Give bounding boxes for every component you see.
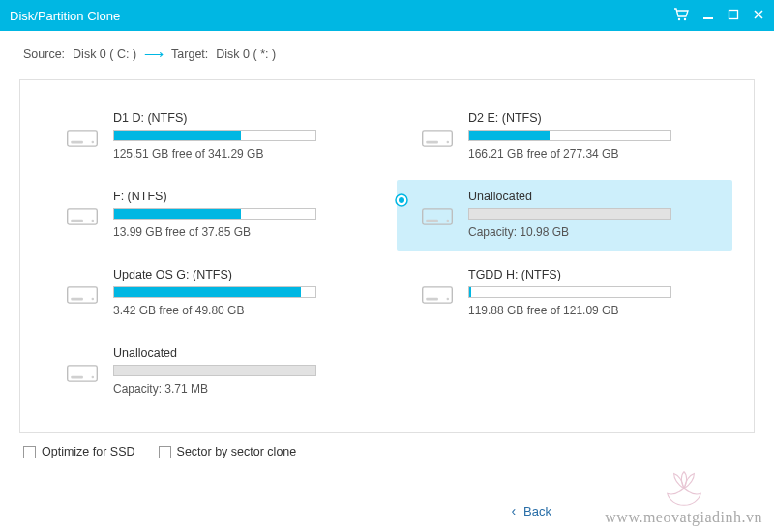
partition-item[interactable]: F: (NTFS)13.99 GB free of 37.85 GB — [42, 180, 377, 251]
partition-item[interactable]: UnallocatedCapacity: 10.98 GB — [397, 180, 732, 251]
svg-point-8 — [92, 141, 95, 144]
back-button[interactable]: ‹ Back — [511, 503, 551, 518]
svg-rect-36 — [68, 366, 98, 381]
checkbox-box-icon — [23, 446, 36, 458]
partition-item[interactable]: UnallocatedCapacity: 3.71 MB — [42, 337, 377, 407]
titlebar: Disk/Partition Clone — [0, 0, 774, 31]
svg-rect-31 — [423, 287, 453, 303]
svg-rect-21 — [423, 209, 453, 224]
arrow-right-icon: ⟶ — [144, 46, 164, 62]
cart-icon[interactable] — [673, 8, 689, 24]
radio-selected-icon — [395, 193, 408, 207]
usage-bar — [113, 208, 316, 220]
disk-icon — [65, 281, 100, 312]
disk-icon — [420, 281, 455, 312]
partition-item[interactable]: TGDD H: (NTFS)119.88 GB free of 121.09 G… — [397, 258, 732, 329]
sector-clone-checkbox[interactable]: Sector by sector clone — [159, 445, 297, 458]
usage-bar — [468, 286, 671, 298]
svg-point-0 — [678, 17, 680, 19]
disk-icon — [65, 125, 100, 156]
svg-point-33 — [447, 298, 450, 301]
svg-point-20 — [399, 197, 404, 203]
svg-rect-12 — [426, 141, 438, 144]
partition-subtext: 119.88 GB free of 121.09 GB — [468, 304, 723, 317]
usage-bar — [468, 208, 671, 220]
window-title: Disk/Partition Clone — [10, 9, 673, 23]
disk-icon — [420, 203, 455, 234]
usage-bar-fill — [469, 131, 550, 140]
svg-rect-27 — [71, 298, 83, 301]
chevron-left-icon: ‹ — [511, 503, 516, 518]
svg-point-1 — [684, 17, 686, 19]
options-row: Optimize for SSD Sector by sector clone — [0, 433, 774, 458]
close-icon[interactable] — [753, 9, 764, 23]
optimize-ssd-label: Optimize for SSD — [42, 445, 135, 458]
svg-rect-22 — [426, 220, 438, 222]
partition-body: TGDD H: (NTFS)119.88 GB free of 121.09 G… — [468, 268, 723, 317]
partition-name: F: (NTFS) — [113, 190, 368, 203]
partition-item[interactable]: D2 E: (NTFS)166.21 GB free of 277.34 GB — [397, 102, 732, 172]
svg-point-23 — [447, 220, 450, 222]
svg-rect-26 — [68, 287, 98, 303]
partition-subtext: 125.51 GB free of 341.29 GB — [113, 147, 368, 161]
svg-point-28 — [92, 298, 95, 301]
sector-clone-label: Sector by sector clone — [177, 445, 297, 458]
svg-point-13 — [447, 141, 450, 144]
partition-name: D2 E: (NTFS) — [468, 111, 723, 125]
back-label: Back — [523, 504, 551, 518]
usage-bar-fill — [114, 209, 241, 219]
usage-bar — [113, 286, 316, 298]
disk-icon — [65, 360, 100, 391]
target-label: Target: — [171, 47, 208, 61]
partition-subtext: Capacity: 10.98 GB — [468, 225, 723, 239]
target-value: Disk 0 ( *: ) — [216, 47, 276, 61]
svg-point-38 — [92, 376, 95, 379]
source-target-row: Source: Disk 0 ( C: ) ⟶ Target: Disk 0 (… — [0, 31, 774, 72]
partition-subtext: 13.99 GB free of 37.85 GB — [113, 225, 368, 239]
usage-bar-fill — [114, 287, 301, 297]
partition-body: D1 D: (NTFS)125.51 GB free of 341.29 GB — [113, 111, 368, 161]
partition-subtext: 3.42 GB free of 49.80 GB — [113, 304, 368, 317]
partition-body: D2 E: (NTFS)166.21 GB free of 277.34 GB — [468, 111, 723, 161]
maximize-icon[interactable] — [728, 9, 739, 23]
minimize-icon[interactable] — [702, 9, 714, 23]
checkbox-box-icon — [159, 446, 171, 458]
svg-rect-2 — [703, 17, 713, 19]
svg-rect-7 — [71, 141, 83, 144]
svg-rect-32 — [426, 298, 438, 301]
usage-bar — [113, 130, 316, 141]
watermark-text: www.meovatgiadinh.vn — [605, 509, 762, 526]
svg-point-18 — [92, 220, 95, 222]
lotus-icon — [659, 468, 709, 509]
svg-rect-37 — [71, 376, 83, 379]
partition-item[interactable]: D1 D: (NTFS)125.51 GB free of 341.29 GB — [42, 102, 377, 172]
partition-name: D1 D: (NTFS) — [113, 111, 368, 125]
usage-bar-fill — [469, 287, 471, 297]
partition-body: UnallocatedCapacity: 3.71 MB — [113, 346, 368, 396]
svg-rect-6 — [68, 131, 98, 146]
partition-body: F: (NTFS)13.99 GB free of 37.85 GB — [113, 190, 368, 239]
partition-panel: D1 D: (NTFS)125.51 GB free of 341.29 GBD… — [19, 79, 755, 433]
partition-name: TGDD H: (NTFS) — [468, 268, 723, 281]
partition-name: Unallocated — [468, 190, 723, 203]
window-controls — [673, 8, 764, 24]
partition-subtext: Capacity: 3.71 MB — [113, 382, 368, 396]
usage-bar — [468, 130, 671, 141]
optimize-ssd-checkbox[interactable]: Optimize for SSD — [23, 445, 135, 458]
disk-icon — [420, 125, 455, 156]
source-label: Source: — [23, 47, 65, 61]
partition-subtext: 166.21 GB free of 277.34 GB — [468, 147, 723, 161]
source-value: Disk 0 ( C: ) — [73, 47, 136, 61]
svg-rect-16 — [68, 209, 98, 224]
svg-rect-3 — [729, 10, 738, 18]
disk-icon — [65, 203, 100, 234]
watermark: www.meovatgiadinh.vn — [605, 468, 762, 526]
svg-rect-17 — [71, 220, 83, 222]
usage-bar-fill — [114, 131, 241, 140]
partition-body: UnallocatedCapacity: 10.98 GB — [468, 190, 723, 239]
partition-name: Update OS G: (NTFS) — [113, 268, 368, 281]
partition-name: Unallocated — [113, 346, 368, 360]
usage-bar — [113, 365, 316, 376]
partition-item[interactable]: Update OS G: (NTFS)3.42 GB free of 49.80… — [42, 258, 377, 329]
svg-rect-11 — [423, 131, 453, 146]
